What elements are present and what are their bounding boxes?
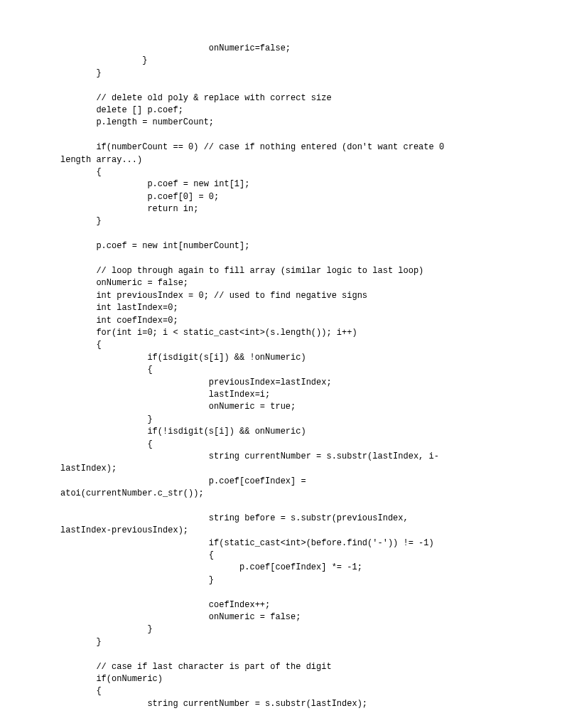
code-content: onNumeric=false; } } // delete old poly … xyxy=(60,43,512,710)
document-page: onNumeric=false; } } // delete old poly … xyxy=(0,0,562,728)
